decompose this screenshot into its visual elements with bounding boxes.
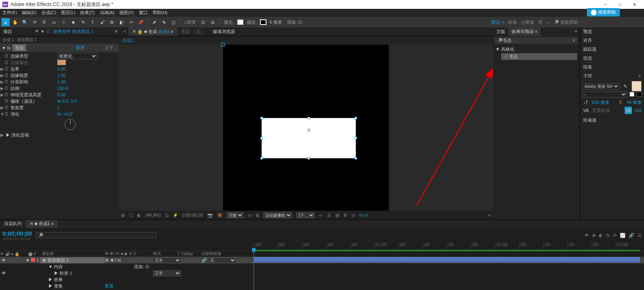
stopwatch-icon[interactable]: Ö [4,86,9,91]
clear-search-icon[interactable]: ✕ [572,38,576,43]
time-ruler[interactable]: :00f 05f 10f 15f 20f 01:00f 05f 10f 15f … [254,242,644,251]
handle-tc[interactable] [308,117,310,119]
fill-swatch[interactable] [237,19,244,25]
triangle-icon[interactable]: ▶ [0,86,4,91]
stroke-width-label[interactable]: 6 像素 [268,19,284,25]
graph-icon[interactable]: 📈 [620,233,625,238]
triangle-icon[interactable]: ▶ [0,79,4,85]
tab-composition[interactable]: ✕ 🔒 ■ 合成 合成1 ≡ [128,27,178,36]
handle-br[interactable] [355,157,357,160]
3d-mode-icon[interactable]: ⚙ [343,213,347,218]
menu-view[interactable]: 视图(V) [117,9,136,17]
panel-chevron-icon[interactable]: « [121,27,128,36]
camera-tool-icon[interactable]: ▭ [50,18,58,26]
stopwatch-icon[interactable]: Ö [4,112,9,116]
panel-menu-icon[interactable]: ≡ [488,213,491,218]
workspace-standard[interactable]: 标准 [508,19,517,25]
menu-layer[interactable]: 图层(L) [59,9,78,17]
tab-project[interactable]: 项目 [0,27,15,36]
fx-icon[interactable]: fx [606,233,610,238]
shape-layer[interactable]: ⊕ [262,118,356,158]
minimize-button[interactable]: ─ [598,0,613,9]
snap-edge-icon[interactable]: ⊡ [199,18,207,26]
panel-paragraph[interactable]: 段落 [580,63,644,72]
effects-search-input[interactable] [503,38,572,43]
snap-checkbox[interactable]: □对齐 [183,19,198,25]
prop-scale-value[interactable]: 100.0 [57,86,68,91]
stopwatch-icon[interactable]: Ö [4,73,9,78]
triangle-icon[interactable]: ▶ [0,105,4,110]
handle-bl[interactable] [260,157,263,160]
mask-mode-icon[interactable]: ◐ [137,213,141,218]
workspace-library[interactable]: 库 [538,19,543,25]
pixel-aspect-icon[interactable]: ▤ [335,213,339,218]
local-axis-icon[interactable]: ⬈ [150,18,158,26]
panel-menu-icon[interactable]: ≡ [115,29,118,35]
close-button[interactable]: ✕ [627,0,642,9]
leading-value[interactable]: 44 像素 [627,99,642,106]
triangle-icon[interactable]: ▶ [0,73,4,78]
layer-duration-bar[interactable] [254,257,640,263]
quality-icon[interactable]: ◐ [599,233,603,238]
pen-tool-icon[interactable]: ✎ [79,18,87,26]
menu-effect[interactable]: 效果(T) [78,9,97,17]
grid-icon[interactable]: ⊞ [121,213,125,218]
eraser-tool-icon[interactable]: ◧ [118,18,126,26]
composition-viewer[interactable]: ⊕ [119,45,493,211]
blur-icon[interactable]: ⟳ [613,233,617,238]
layer-row-effects[interactable]: ▶ 效果 [0,276,644,283]
stroke-color-swatch[interactable] [637,92,642,97]
snapshot-icon[interactable]: 📷 [207,213,213,218]
stopwatch-icon[interactable]: Ö [4,99,9,104]
eye-icon[interactable]: 👁 [2,271,6,276]
prop-sharpness-value[interactable]: 1.00 [57,73,66,78]
stopwatch-icon[interactable]: Ö [4,60,9,65]
reset-exposure-icon[interactable]: ⊙ [351,213,355,218]
timeline-search-input[interactable] [36,232,157,238]
layer-row-rect1[interactable]: 👁 ▶ 矩形 1 正常 [0,270,644,276]
tab-render-queue[interactable]: 渲染队列 [0,220,26,228]
parent-select[interactable]: 无 [208,257,236,263]
panel-info[interactable]: 信息 [580,54,644,63]
triangle-icon[interactable]: ▶ [0,66,4,72]
prop-complexity-value[interactable]: 2 [57,105,60,110]
stopwatch-icon[interactable]: Ö [4,79,9,84]
cloud-upload-button[interactable]: 搜索帮助 [587,8,620,17]
handle-ml[interactable] [260,137,263,139]
category-stylize[interactable]: ▼ 风格化 [495,46,577,52]
shape-tool-icon[interactable]: ■ [69,18,77,26]
text-tool-icon[interactable]: T [89,18,97,26]
tab-layer[interactable]: 图层 （无） [178,27,209,36]
brainstorm-icon[interactable]: ☰ [638,233,642,238]
prop-offset-value[interactable]: ⊕ 0.0, 0.0 [57,99,77,104]
stopwatch-icon[interactable]: Ö [4,92,9,97]
stopwatch-icon[interactable]: Ö [4,66,9,71]
blend-mode-select[interactable]: 正常 [153,257,181,263]
transform-reset-link[interactable]: 重置 [105,284,114,288]
effect-about-link[interactable]: 关于... [105,45,117,51]
brush-tool-icon[interactable]: 🖌 [98,18,106,26]
tab-effects-presets[interactable]: 效果和预设 ≡ [508,27,541,36]
effect-item-roughen-edges[interactable]: ▧ 毛边 [501,53,577,60]
prop-evolution-value[interactable]: 0x +0.0° [57,112,74,116]
menu-window[interactable]: 窗口 [136,9,150,17]
effect-name[interactable]: 毛边 [12,44,26,51]
blend-mode-select[interactable]: 正常 [153,270,181,276]
tracking-value[interactable]: 156 [634,108,642,113]
resolution-icon[interactable]: ⊡ [165,213,169,218]
stopwatch-icon[interactable]: Ö [4,54,9,58]
anchor-icon[interactable]: ⊕ [307,127,311,133]
workspace-default[interactable]: 默认 ≡ [491,19,504,25]
layer-row-shape1[interactable]: 👁 ▼ 1 ★ 形状图层 1 单 ❋ / fx 正常 🔗 无 [0,257,644,263]
exposure-value[interactable]: +0.0 [359,213,368,218]
view-option-icon[interactable]: 🝰 [319,213,323,218]
panel-align[interactable]: 对齐 [580,36,644,45]
views-select[interactable]: 1个... [296,212,315,218]
workspace-chevron-icon[interactable]: » [547,20,549,25]
zoom-tool-icon[interactable]: 🔍 [21,18,29,26]
font-style-select[interactable]: - [582,91,627,97]
stopwatch-icon[interactable]: Ö [4,105,9,110]
layer-row-contents[interactable]: ▼ 内容 添加: O [0,263,644,270]
add-shape-label[interactable]: 添加: O [285,19,303,25]
workspace-small[interactable]: 小屏幕 [521,19,534,25]
